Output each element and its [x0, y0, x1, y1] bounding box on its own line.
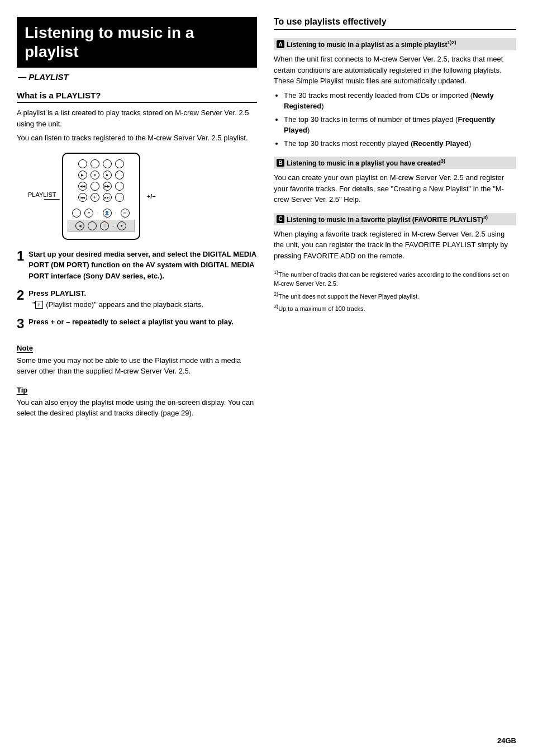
section-b-heading: B Listening to music in a playlist you h…: [274, 157, 516, 169]
playlist-label: PLAYLIST: [28, 191, 56, 198]
section-c-heading: C Listening to music in a favorite playl…: [274, 213, 516, 225]
btn-play: ▶: [78, 171, 87, 179]
section-b: B Listening to music in a playlist you h…: [274, 157, 516, 205]
btn-s2: 👤: [103, 209, 112, 218]
btn4: [115, 159, 124, 168]
step2-text: Press PLAYLIST.: [28, 288, 257, 299]
badge-a: A: [277, 40, 284, 48]
title-text: Listening to music in a playlist: [25, 24, 194, 60]
btn3: [103, 159, 112, 168]
btn-s1: [72, 209, 81, 218]
footnote1: 1)The number of tracks that can be regis…: [274, 269, 516, 289]
footnote2-text: The unit does not support the Never Play…: [278, 292, 419, 299]
right-main-heading: To use playlists effectively: [274, 17, 516, 30]
note-section: Note Some time you may not be able to us…: [17, 338, 257, 377]
btn-playlist-fav: ♡: [100, 221, 109, 230]
btn-m3: [115, 193, 124, 202]
section1-heading-text: What is a PLAYLIST?: [17, 91, 101, 100]
tip-heading: Tip: [17, 386, 27, 395]
badge-c: C: [277, 215, 284, 223]
section1-para2: You can listen to tracks registered to t…: [17, 133, 257, 144]
btn-playlist-left: ◀: [75, 221, 84, 230]
step3-body: Press + or – repeatedly to select a play…: [28, 318, 233, 326]
section-b-body: You can create your own playlist on M-cr…: [274, 172, 516, 205]
btn-stop: ■: [103, 171, 112, 179]
step2: 2 Press PLAYLIST. "P (Playlist mode)" ap…: [17, 288, 257, 310]
step1-num: 1: [17, 249, 24, 263]
playlist-mode-icon: P: [35, 301, 43, 309]
footnote1-text: The number of tracks that can be registe…: [274, 271, 509, 287]
footnote2-num: 2): [274, 291, 278, 297]
btn-pause: ⏸: [91, 171, 99, 179]
footnote3-num: 3): [274, 304, 278, 309]
subtitle-text: — PLAYLIST: [18, 72, 69, 82]
btn-extra1: [115, 171, 124, 179]
section-b-heading-text: Listening to music in a playlist you hav…: [287, 158, 445, 167]
tip-section: Tip You can also enjoy the playlist mode…: [17, 380, 257, 419]
btn-menu: ☰: [84, 209, 93, 218]
badge-b: B: [277, 159, 284, 167]
bullet-a1: The 30 tracks most recently loaded from …: [284, 90, 516, 112]
right-column: To use playlists effectively A Listening…: [274, 17, 516, 739]
plus-minus-label: +/–: [147, 193, 156, 200]
step3: 3 Press + or – repeatedly to select a pl…: [17, 316, 257, 331]
device-box: ▶ ⏸ ■ ◀◀ ▶▶ |◀◀ +: [62, 153, 140, 240]
footnote3: 3)Up to a maximum of 100 tracks.: [274, 303, 516, 313]
step1-body: Start up your desired media server, and …: [28, 250, 256, 280]
section-a-heading: A Listening to music in a playlist as a …: [274, 38, 516, 50]
left-column: Listening to music in a playlist — PLAYL…: [17, 17, 257, 739]
btn-playlist-fav2: ♥: [117, 221, 126, 230]
section1-heading: What is a PLAYLIST?: [17, 91, 257, 103]
step3-num: 3: [17, 316, 24, 331]
step3-text: Press + or – repeatedly to select a play…: [28, 316, 257, 328]
step1-text: Start up your desired media server, and …: [28, 249, 257, 282]
device-diagram: PLAYLIST ▶ ⏸ ■: [28, 153, 257, 240]
footnote2: 2)The unit does not support the Never Pl…: [274, 291, 516, 301]
step1: 1 Start up your desired media server, an…: [17, 249, 257, 282]
footnotes: 1)The number of tracks that can be regis…: [274, 269, 516, 313]
step2-num: 2: [17, 288, 24, 303]
subtitle: — PLAYLIST: [17, 72, 257, 82]
section-a-heading-text: Listening to music in a playlist as a si…: [287, 40, 456, 49]
btn-m2: [115, 182, 124, 191]
btn-m1: [91, 182, 99, 191]
btn-circle-center: [88, 221, 97, 230]
section-b-sup: 3): [441, 158, 445, 164]
section1-para1: A playlist is a list created to play tra…: [17, 107, 257, 129]
note-heading: Note: [17, 344, 33, 353]
section-a-bullets: The 30 tracks most recently loaded from …: [284, 90, 516, 149]
btn2: [91, 159, 99, 168]
section-c-heading-text: Listening to music in a favorite playlis…: [287, 215, 488, 224]
bullet-a3: The top 30 tracks most recently played (…: [284, 138, 516, 149]
btn-prev: |◀◀: [78, 193, 87, 202]
note-text: Some time you may not be able to use the…: [17, 355, 257, 377]
step2-subtext: "P (Playlist mode)" appears and the play…: [32, 299, 257, 310]
btn-rw: ◀◀: [78, 182, 87, 191]
footnote1-num: 1): [274, 270, 278, 275]
bullet-a2: The top 30 tracks in terms of number of …: [284, 114, 516, 136]
page-number: 24GB: [497, 736, 516, 745]
footnote3-text: Up to a maximum of 100 tracks.: [278, 305, 365, 311]
section-a: A Listening to music in a playlist as a …: [274, 38, 516, 149]
btn-plus: +: [91, 193, 99, 202]
section-c-body: When playing a favorite track registered…: [274, 229, 516, 262]
section-c: C Listening to music in a favorite playl…: [274, 213, 516, 262]
btn-next: ▶▶|: [103, 193, 112, 202]
main-title: Listening to music in a playlist: [17, 17, 257, 68]
btn-ff: ▶▶: [103, 182, 112, 191]
tip-text: You can also enjoy the playlist mode usi…: [17, 397, 257, 419]
btn1: [78, 159, 87, 168]
section-c-sup: 3): [483, 215, 488, 220]
section-a-sup: 1)2): [447, 40, 456, 45]
btn-s3: ⊙: [121, 209, 130, 218]
section-a-body: When the unit first connects to M-crew S…: [274, 54, 516, 87]
